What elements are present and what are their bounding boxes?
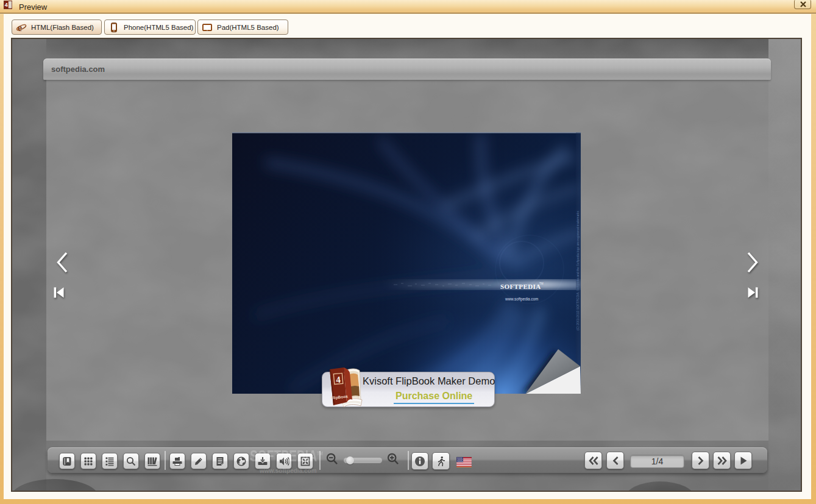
svg-text:e: e xyxy=(18,22,22,33)
svg-text:SOFTPEDIA: SOFTPEDIA xyxy=(500,283,541,290)
svg-text:TM: TM xyxy=(539,282,544,285)
svg-text:(C) 2001-2013 SOFTPEDIA. Softp: (C) 2001-2013 SOFTPEDIA. Softpedia and t… xyxy=(576,211,580,330)
svg-text:www.softpedia.com: www.softpedia.com xyxy=(505,297,538,302)
svg-text:4: 4 xyxy=(5,2,8,8)
